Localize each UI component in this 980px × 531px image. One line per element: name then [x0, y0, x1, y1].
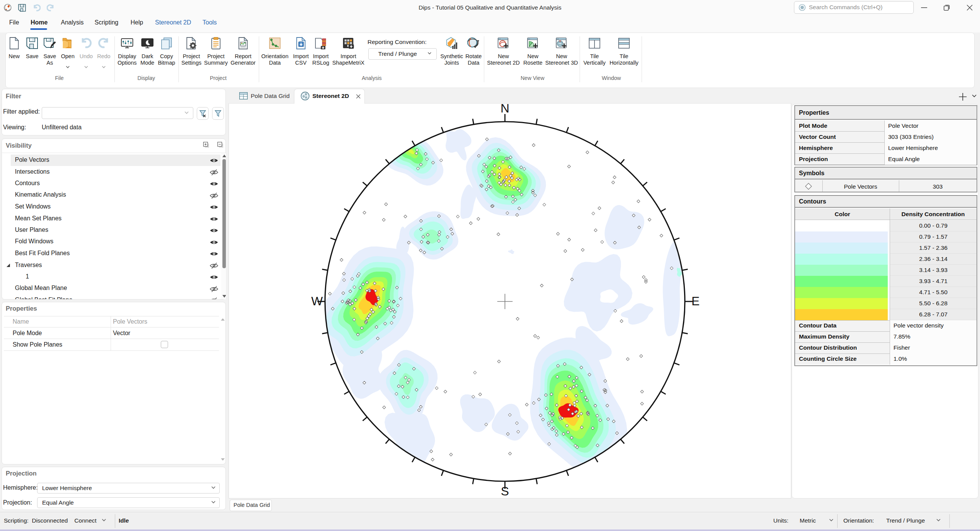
svg-text:W: W [311, 294, 323, 308]
svg-text:E: E [691, 294, 699, 308]
svg-text:S: S [501, 484, 509, 498]
svg-text:N: N [500, 103, 509, 115]
